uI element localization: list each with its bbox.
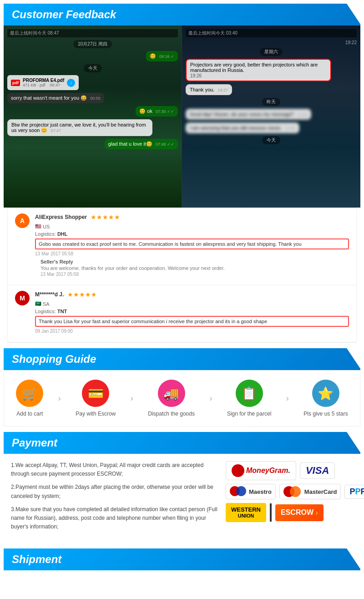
blurred-msg-1: Gxxd day! Vixxxn, do your xxxxx my mxxxx… xyxy=(186,109,311,120)
projector-bubble: Btw the projector just came, we love it,… xyxy=(7,119,152,136)
maestro-circles xyxy=(230,486,247,497)
chat-screenshot: 最后上线时间今天 08:47 10月27日 周四 😊 09:16 ✓ 今天 pd… xyxy=(4,25,360,208)
payment-text: 1.We accept Alipay, TT, West Union, Payp… xyxy=(11,461,218,536)
dispatch-icon: 🚚 xyxy=(158,380,185,407)
reviewer-name-2: M*******d J. xyxy=(35,291,64,298)
visa-logo: VISA xyxy=(300,462,335,479)
step-label-5: Pls give us 5 stars xyxy=(303,411,348,417)
chat-right-header: 最后上线时间今天 03:40 xyxy=(186,29,357,37)
wu-text-western: WESTERN xyxy=(231,507,261,513)
maestro-text: Maestro xyxy=(249,488,272,495)
western-union-logo: WESTERN UNION xyxy=(226,503,266,522)
customer-feedback-header: Customer Feedback xyxy=(4,4,360,25)
maestro-circle-blue xyxy=(236,486,246,496)
moneygram-logo: MoneyGram. xyxy=(226,461,296,480)
chat-right-panel: 最后上线时间今天 03:40 19:22 星期六 Projectors are … xyxy=(182,25,360,208)
logistics-1: Logistics: DHL xyxy=(35,231,349,237)
file-meta: 471 KB · pdf 00:47 xyxy=(23,83,64,87)
today-label: 今天 xyxy=(84,64,102,72)
review-text-1: Gobo was created to exact proof sent to … xyxy=(35,239,349,249)
country-2: 🇸🇦 SA xyxy=(35,301,50,307)
mc-circles xyxy=(283,486,301,497)
escrow-pay-icon: 💳 xyxy=(82,380,109,407)
payment-point-1: 1.We accept Alipay, TT, West Union, Payp… xyxy=(11,461,218,478)
stars-1: ★★★★★ xyxy=(91,213,120,221)
shipment-section: Shipment xyxy=(4,548,360,570)
seller-reply-text-1: You are welcome. thanks for your order a… xyxy=(40,265,349,271)
review-text-2: Thank you Lisa for your fast and superio… xyxy=(35,316,349,327)
seller-reply-1: Seller's Reply You are welcome. thanks f… xyxy=(40,259,349,277)
glad-bubble: glad that u love it😊 07:48 ✓✓ xyxy=(105,139,178,149)
sorry-bubble: sorry that wasn't meant for you 😄 00:55 xyxy=(7,93,104,103)
escrow-logo: ESCROW › xyxy=(275,504,324,521)
payment-point-3: 3.Make sure that you have completed all … xyxy=(11,505,218,532)
file-info: PROFORMA E4.pdf 471 KB · pdf 00:47 xyxy=(23,78,64,87)
review-item-1: A AliExpress Shopper ★★★★★ 🇺🇸 US Logisti… xyxy=(8,208,356,285)
logistics-2: Logistics: TNT xyxy=(35,309,349,314)
review-content-1: AliExpress Shopper ★★★★★ 🇺🇸 US Logistics… xyxy=(35,213,349,279)
mastercard-text: MasterCard xyxy=(304,488,337,495)
guide-steps-container: 🛒 Add to cart › 💳 Pay with Escrow › 🚚 Di… xyxy=(4,370,360,426)
shopping-guide-section: Shopping Guide 🛒 Add to cart › 💳 Pay wit… xyxy=(4,348,360,426)
today-right-label: 今天 xyxy=(262,136,280,144)
step-arrow-2: › xyxy=(131,394,133,403)
shopping-guide-title: Shopping Guide xyxy=(12,353,96,365)
file-name: PROFORMA E4.pdf xyxy=(23,78,64,83)
escrow-arrow-icon: › xyxy=(315,508,318,518)
moneygram-circle xyxy=(232,464,244,477)
stars-icon: ⭐ xyxy=(312,380,339,407)
review-date-1: 13 Mar 2017 05:58 xyxy=(35,251,349,256)
file-type-icon: pdf xyxy=(11,80,20,86)
guide-step-3: 🚚 Dispatch the goods xyxy=(148,380,195,417)
step-arrow-3: › xyxy=(209,394,212,403)
download-button[interactable]: ↓ xyxy=(67,79,75,87)
thank-you-bubble: Thank you. 19:27 xyxy=(186,84,232,95)
yesterday-label: 昨天 xyxy=(262,98,280,106)
stars-2: ★★★★★ xyxy=(67,291,97,298)
sign-icon: 📋 xyxy=(236,380,263,407)
time-1: 09:16 ✓ xyxy=(159,54,174,59)
payment-point-2: 2.Payment must be within 2days after pla… xyxy=(11,483,218,500)
chat-date-1: 10月27日 周四 xyxy=(73,40,112,48)
cart-icon: 🛒 xyxy=(16,380,43,407)
payment-section: Payment 1.We accept Alipay, TT, West Uni… xyxy=(4,432,360,543)
review-meta-1: AliExpress Shopper ★★★★★ xyxy=(35,213,349,221)
step-arrow-4: › xyxy=(286,394,289,403)
step-label-4: Sign for the parcel xyxy=(227,411,271,417)
step-label-1: Add to cart xyxy=(16,411,43,417)
payment-title: Payment xyxy=(12,437,57,449)
file-bubble: pdf PROFORMA E4.pdf 471 KB · pdf 00:47 ↓ xyxy=(7,75,79,90)
blurred-msg-2: I am worrying that you did nxxxxxx nxxxx… xyxy=(186,122,299,133)
mastercard-logo: MasterCard xyxy=(279,484,341,499)
chat-right-date: 星期六 xyxy=(260,48,283,56)
step-label-2: Pay with Escrow xyxy=(76,411,116,417)
step-arrow-1: › xyxy=(58,394,61,403)
paypal-logo: PPPayPal xyxy=(344,485,364,499)
country-1: 🇺🇸 US xyxy=(35,223,50,229)
maestro-logo: Maestro xyxy=(226,484,276,499)
review-avatar-1: A xyxy=(15,213,30,228)
shopping-guide-header: Shopping Guide xyxy=(4,348,360,370)
customer-feedback-section: Customer Feedback 最后上线时间今天 08:47 10月27日 … xyxy=(4,4,360,343)
escrow-text: ESCROW xyxy=(281,508,313,517)
customer-feedback-title: Customer Feedback xyxy=(12,8,116,21)
projector-review-bubble: Projectors are very good, better then pr… xyxy=(186,59,331,81)
guide-step-4: 📋 Sign for the parcel xyxy=(227,380,271,417)
logos-row-2: Maestro MasterCard PPPayPal xyxy=(226,484,353,499)
guide-step-2: 💳 Pay with Escrow xyxy=(76,380,116,417)
payment-content: 1.We accept Alipay, TT, West Union, Payp… xyxy=(4,454,360,543)
chat-left-header: 最后上线时间今天 08:47 xyxy=(7,29,178,37)
seller-reply-date-1: 13 Mar 2017 05:58 xyxy=(40,272,349,277)
wu-text-union: UNION xyxy=(238,513,254,518)
step-label-3: Dispatch the goods xyxy=(148,411,195,417)
logos-row-3: WESTERN UNION ESCROW › xyxy=(226,503,353,522)
guide-step-1: 🛒 Add to cart xyxy=(16,380,43,417)
shipment-title: Shipment xyxy=(12,553,61,566)
guide-step-5: ⭐ Pls give us 5 stars xyxy=(303,380,348,417)
mc-circle-orange xyxy=(290,486,301,497)
payment-header: Payment xyxy=(4,432,360,454)
review-avatar-2: M xyxy=(15,291,30,305)
review-item-2: M M*******d J. ★★★★★ 🇸🇦 SA Logistics: TN… xyxy=(8,285,356,342)
chat-bubble-emoji: 😊 09:16 ✓ xyxy=(146,51,178,61)
logos-row-1: MoneyGram. VISA xyxy=(226,461,353,480)
